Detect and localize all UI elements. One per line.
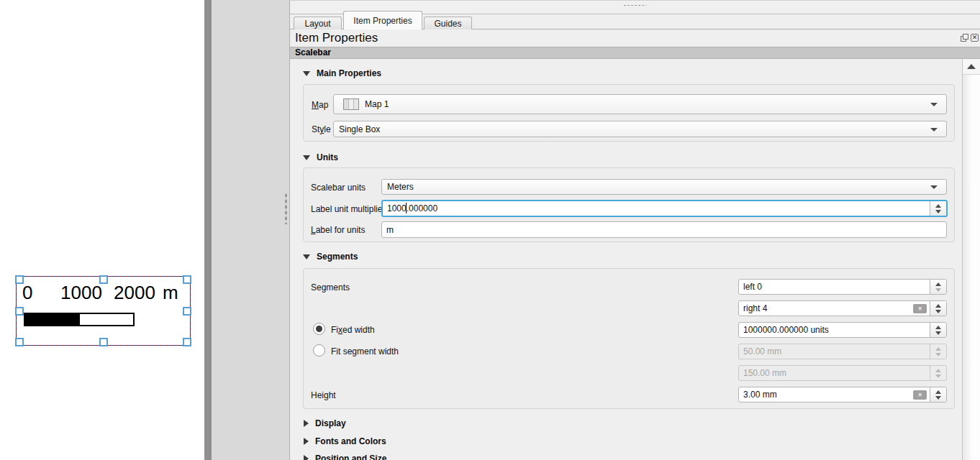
label-unit-multiplier-value[interactable]: 1000.000000 (383, 201, 930, 216)
scalebar-segment-empty (78, 314, 133, 325)
collapse-arrow-icon (303, 155, 310, 160)
chevron-down-icon (930, 128, 938, 132)
spin-down-icon[interactable] (935, 210, 941, 213)
splitter-handle-dots-icon[interactable] (285, 193, 287, 224)
tab-layout[interactable]: Layout (294, 17, 342, 29)
section-main-properties[interactable]: Main Properties (303, 68, 381, 78)
section-title: Main Properties (317, 68, 381, 78)
selection-handle[interactable] (183, 307, 191, 316)
selection-handle[interactable] (99, 338, 108, 346)
segments-right-spinbox[interactable]: right 4 ✕ (738, 300, 947, 316)
segments-right-value[interactable]: right 4 (739, 301, 913, 316)
scrollbar-up-button[interactable] (963, 59, 980, 75)
clear-value-icon[interactable]: ✕ (913, 390, 927, 400)
label-unit-multiplier-spinbox[interactable]: 1000.000000 (381, 200, 948, 217)
vertical-scrollbar[interactable] (962, 59, 980, 460)
scalebar-tick-label: 2000 (113, 282, 156, 304)
label-unit-multiplier-label: Label unit multiplier (311, 204, 385, 214)
scalebar-item-selected[interactable]: 0 1000 2000 m (16, 276, 191, 346)
undock-icon[interactable] (961, 34, 968, 42)
spin-buttons[interactable] (930, 387, 946, 402)
collapse-arrow-icon (304, 438, 309, 445)
spin-buttons (930, 366, 946, 380)
spin-up-icon[interactable] (935, 204, 941, 208)
text-cursor (406, 203, 407, 213)
fixed-width-label[interactable]: Fixed width (331, 325, 375, 335)
qgis-layout-window: 0 1000 2000 m Layout Item Properties Gui… (0, 0, 980, 460)
selection-handle[interactable] (183, 338, 191, 346)
label-for-units-label: Label for units (311, 225, 365, 235)
collapse-arrow-icon (304, 420, 309, 427)
tab-guides[interactable]: Guides (424, 17, 472, 29)
spin-up-icon[interactable] (935, 282, 941, 286)
section-position-and-size[interactable]: Position and Size (304, 454, 386, 460)
close-icon[interactable]: ✕ (971, 34, 979, 42)
item-type-header: Scalebar (290, 47, 980, 59)
segments-left-value[interactable]: left 0 (739, 280, 930, 294)
scalebar-bar (24, 313, 135, 326)
map-item-icon (343, 98, 359, 110)
scalebar-units-value: Meters (382, 182, 414, 192)
section-title: Fonts and Colors (315, 436, 386, 446)
page-shadow (204, 0, 212, 460)
spin-down-icon[interactable] (935, 310, 941, 313)
fixed-width-value[interactable]: 1000000.000000 units (739, 323, 930, 337)
chevron-down-icon (930, 185, 938, 189)
height-value[interactable]: 3.00 mm (739, 387, 913, 402)
label-for-units-input[interactable]: m (381, 221, 947, 238)
map-label: Map (312, 100, 328, 110)
fixed-width-radio[interactable] (313, 323, 325, 335)
spin-down-icon[interactable] (935, 331, 941, 335)
spin-up-icon[interactable] (935, 326, 941, 329)
collapse-arrow-icon (303, 71, 310, 76)
spin-buttons[interactable] (930, 201, 946, 216)
fixed-width-spinbox[interactable]: 1000000.000000 units (738, 322, 947, 338)
dock-drag-handle-icon[interactable] (623, 4, 646, 6)
style-label: Style (312, 124, 331, 134)
fit-min-width-value: 50.00 mm (739, 344, 930, 359)
section-title: Position and Size (315, 454, 386, 460)
section-segments[interactable]: Segments (303, 252, 358, 262)
segments-left-spinbox[interactable]: left 0 (738, 279, 947, 295)
spin-down-icon (935, 353, 941, 356)
section-title: Display (315, 418, 346, 428)
scalebar-units-label: Scalebar units (311, 183, 366, 193)
section-title: Segments (317, 252, 358, 262)
spin-buttons[interactable] (930, 323, 946, 337)
section-display[interactable]: Display (304, 418, 346, 428)
segments-label: Segments (311, 282, 350, 293)
spin-buttons (930, 344, 946, 359)
spin-up-icon[interactable] (935, 390, 941, 394)
scalebar-unit-label: m (163, 282, 178, 304)
section-fonts-and-colors[interactable]: Fonts and Colors (304, 436, 386, 446)
spin-buttons[interactable] (930, 301, 946, 316)
spin-down-icon[interactable] (935, 288, 941, 292)
clear-value-icon[interactable]: ✕ (913, 304, 927, 313)
spin-down-icon[interactable] (935, 396, 941, 400)
arrow-up-icon (967, 64, 976, 69)
fit-segment-width-label[interactable]: Fit segment width (331, 346, 399, 356)
selection-handle[interactable] (15, 307, 24, 316)
height-label: Height (311, 390, 336, 400)
section-title: Units (317, 152, 338, 162)
collapse-arrow-icon (303, 254, 310, 259)
fit-max-width-spinbox: 150.00 mm (738, 365, 947, 381)
spin-buttons[interactable] (930, 280, 946, 294)
selection-handle[interactable] (15, 338, 24, 346)
scalebar-tick-label: 0 (22, 282, 32, 304)
spin-up-icon[interactable] (935, 304, 941, 308)
spin-up-icon (935, 369, 941, 372)
collapse-arrow-icon (304, 455, 309, 460)
style-combobox-value: Single Box (334, 124, 380, 134)
section-units[interactable]: Units (303, 152, 338, 162)
fit-min-width-spinbox: 50.00 mm (738, 344, 947, 359)
spin-up-icon (935, 347, 941, 351)
fit-segment-width-radio[interactable] (313, 344, 325, 356)
scalebar-units-combobox[interactable]: Meters (381, 179, 947, 195)
height-spinbox[interactable]: 3.00 mm ✕ (738, 387, 947, 402)
tab-item-properties[interactable]: Item Properties (343, 11, 422, 29)
style-combobox[interactable]: Single Box (333, 121, 947, 137)
map-combobox[interactable]: Map 1 (333, 94, 947, 114)
scalebar-tick-label: 1000 (60, 282, 103, 304)
selection-handle[interactable] (183, 275, 191, 284)
